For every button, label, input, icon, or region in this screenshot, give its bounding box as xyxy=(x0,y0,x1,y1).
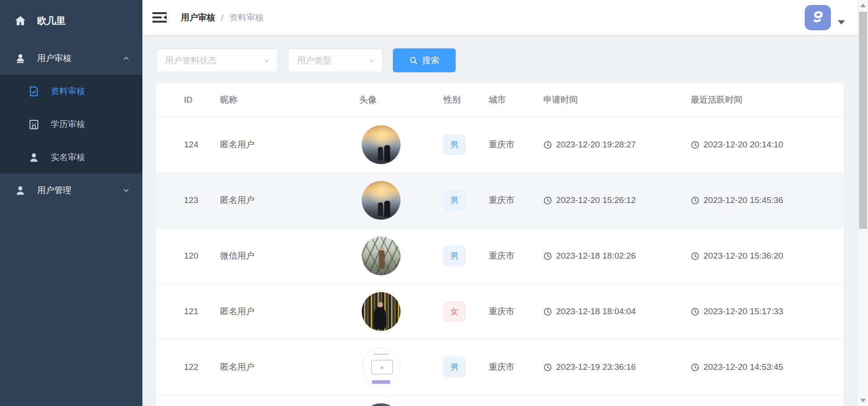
table-row: 123匿名用户男重庆市2023-12-20 15:26:122023-12-20… xyxy=(156,172,844,228)
sidebar: 欧几里 用户审核 资料审核 学历审核 实名审核 用户管理 xyxy=(0,0,142,406)
clock-icon xyxy=(691,196,699,205)
cell-nickname: 匿名用户 xyxy=(220,139,359,151)
cell-apply-time: 2023-12-20 19:28:27 xyxy=(543,140,691,150)
clock-icon xyxy=(691,252,699,260)
cell-apply-time: 2023-12-19 23:36:16 xyxy=(543,362,691,372)
sidebar-item-user-audit[interactable]: 用户审核 xyxy=(0,42,142,75)
gender-badge: 男 xyxy=(443,135,465,155)
gender-badge: 女 xyxy=(443,302,465,321)
search-button[interactable]: 搜索 xyxy=(393,48,456,72)
page-scrollbar[interactable] xyxy=(858,0,868,406)
clock-icon xyxy=(691,307,699,316)
sidebar-item-user-manage[interactable]: 用户管理 xyxy=(0,174,142,207)
sidebar-item-profile-audit[interactable]: 资料审核 xyxy=(0,75,142,108)
cell-active-time: 2023-12-20 14:53:45 xyxy=(691,362,844,372)
page-content: 搜索 ID 昵称 头像 性别 城市 申请时间 最近活跃时间 124匿名用户男重庆… xyxy=(142,35,858,406)
cell-apply-time: 2023-12-20 15:26:12 xyxy=(543,195,691,205)
sidebar-item-label: 实名审核 xyxy=(51,151,85,163)
sidebar-item-label: 资料审核 xyxy=(51,85,85,97)
clock-icon xyxy=(691,141,699,149)
user-menu-caret-icon[interactable] xyxy=(838,20,845,24)
user-type-select[interactable] xyxy=(288,48,383,72)
cell-id: 121 xyxy=(156,307,220,316)
scroll-up-arrow-icon xyxy=(860,4,866,7)
sidebar-item-label: 用户管理 xyxy=(37,184,71,196)
clock-icon xyxy=(543,141,552,149)
document-check-icon xyxy=(28,85,40,97)
clock-icon xyxy=(543,307,552,316)
user-avatar-logo[interactable] xyxy=(805,5,831,30)
audit-table: ID 昵称 头像 性别 城市 申请时间 最近活跃时间 124匿名用户男重庆市20… xyxy=(156,83,844,406)
user-avatar xyxy=(362,236,401,275)
cell-avatar xyxy=(359,403,443,406)
cell-active-time: 2023-12-20 15:17:33 xyxy=(691,307,844,316)
cell-gender: 男 xyxy=(443,357,489,377)
table-header-row: ID 昵称 头像 性别 城市 申请时间 最近活跃时间 xyxy=(156,83,844,117)
table-row: 120微信用户男重庆市2023-12-18 18:02:262023-12-20… xyxy=(156,228,844,283)
user-type-input[interactable] xyxy=(297,56,368,66)
cell-gender: 男 xyxy=(443,190,489,210)
sidebar-item-realname-audit[interactable]: 实名审核 xyxy=(0,141,142,174)
search-icon xyxy=(409,56,418,65)
clock-icon xyxy=(543,363,552,372)
cell-apply-time: 2023-12-18 18:02:26 xyxy=(543,251,691,261)
cell-city: 重庆市 xyxy=(489,139,543,151)
cell-id: 120 xyxy=(156,251,220,261)
user-avatar xyxy=(362,292,401,331)
sidebar-item-education-audit[interactable]: 学历审核 xyxy=(0,108,142,141)
sidebar-submenu: 资料审核 学历审核 实名审核 xyxy=(0,75,142,174)
cell-active-time: 2023-12-20 20:14:10 xyxy=(691,140,844,150)
clock-icon xyxy=(691,363,699,372)
column-header-city: 城市 xyxy=(489,94,543,106)
sidebar-item-label: 用户审核 xyxy=(37,52,71,64)
cell-nickname: 匿名用户 xyxy=(220,361,359,373)
home-icon xyxy=(14,15,26,27)
breadcrumb-parent[interactable]: 用户审核 xyxy=(181,12,215,24)
hamburger-fold-icon xyxy=(152,11,167,24)
cell-avatar xyxy=(359,292,443,331)
table-row: 121匿名用户女重庆市2023-12-18 18:04:042023-12-20… xyxy=(156,283,844,339)
cell-nickname: 匿名用户 xyxy=(220,194,359,206)
chevron-down-icon xyxy=(368,57,375,64)
scrollbar-down-button[interactable] xyxy=(858,395,868,406)
cell-nickname: 微信用户 xyxy=(220,250,359,262)
chevron-up-icon xyxy=(123,55,130,62)
user-audit-icon xyxy=(14,52,26,64)
person-icon xyxy=(28,151,40,163)
breadcrumb: 用户审核 / 资料审核 xyxy=(181,12,264,24)
user-manage-icon xyxy=(14,184,26,196)
breadcrumb-separator: / xyxy=(221,13,223,23)
sidebar-collapse-button[interactable] xyxy=(152,11,167,24)
cell-avatar xyxy=(359,348,443,387)
cell-city: 重庆市 xyxy=(489,361,543,373)
cell-active-time: 2023-12-20 15:45:36 xyxy=(691,195,844,205)
scroll-down-arrow-icon xyxy=(860,399,866,402)
user-avatar xyxy=(362,348,401,387)
column-header-apply-time: 申请时间 xyxy=(543,94,691,106)
top-navbar: 用户审核 / 资料审核 xyxy=(142,0,858,35)
cell-id: 123 xyxy=(156,195,220,205)
cell-nickname: 匿名用户 xyxy=(220,306,359,317)
school-building-icon xyxy=(28,118,40,130)
cell-id: 124 xyxy=(156,140,220,150)
chevron-down-icon xyxy=(123,187,130,194)
column-header-avatar: 头像 xyxy=(359,94,443,106)
cell-city: 重庆市 xyxy=(489,194,543,206)
scrollbar-thumb[interactable] xyxy=(859,12,867,229)
cell-active-time: 2023-12-20 15:36:20 xyxy=(691,251,844,261)
sidebar-logo[interactable]: 欧几里 xyxy=(0,0,142,42)
sidebar-item-label: 学历审核 xyxy=(51,118,85,130)
cell-gender: 男 xyxy=(443,135,489,155)
app-title: 欧几里 xyxy=(37,14,66,27)
scrollbar-up-button[interactable] xyxy=(858,0,868,11)
table-body: 124匿名用户男重庆市2023-12-20 19:28:272023-12-20… xyxy=(156,117,844,406)
profile-status-select[interactable] xyxy=(156,48,278,72)
table-row xyxy=(156,395,844,406)
user-avatar xyxy=(362,125,401,164)
profile-status-input[interactable] xyxy=(165,56,263,66)
column-header-gender: 性别 xyxy=(443,94,489,106)
clock-icon xyxy=(543,252,552,260)
column-header-active-time: 最近活跃时间 xyxy=(691,94,844,106)
search-button-label: 搜索 xyxy=(422,55,439,66)
table-row: 124匿名用户男重庆市2023-12-20 19:28:272023-12-20… xyxy=(156,117,844,172)
